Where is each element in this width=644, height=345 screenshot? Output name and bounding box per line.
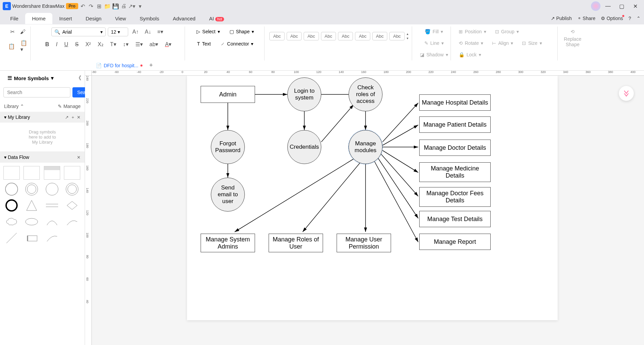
underline-button[interactable]: U [62, 39, 70, 50]
node-manage-roles[interactable]: Manage Roles of User [269, 234, 323, 252]
tab-symbols[interactable]: Symbols [133, 13, 166, 24]
print-icon[interactable]: 🖨 [120, 3, 127, 10]
bold-button[interactable]: B [43, 39, 51, 50]
folder-icon[interactable]: 📁 [104, 3, 111, 10]
shape-cloud[interactable] [3, 215, 20, 229]
style-preset-5[interactable]: Abc [338, 32, 353, 40]
style-preset-3[interactable]: Abc [304, 32, 319, 40]
tab-insert[interactable]: Insert [52, 13, 79, 24]
replace-shape-button[interactable]: ⟲Replace Shape [560, 26, 585, 50]
decrease-font-button[interactable]: A↓ [143, 27, 153, 37]
new-icon[interactable]: ⊞ [96, 3, 103, 10]
shape-double-circle-2[interactable] [64, 182, 80, 196]
shape-arc-2[interactable] [64, 215, 80, 229]
node-forgot[interactable]: Forgot Password [211, 130, 245, 164]
node-login[interactable]: Login to system [287, 77, 321, 111]
share-button[interactable]: ⚬Share [577, 16, 595, 21]
node-credentials[interactable]: Credentials [287, 130, 321, 164]
shape-circle-2[interactable] [44, 182, 60, 196]
shape-rect-2[interactable] [23, 166, 40, 180]
maximize-button[interactable]: ▢ [615, 1, 628, 11]
position-button[interactable]: ⊞ Position▾ [455, 26, 490, 37]
shape-ellipse[interactable] [23, 215, 40, 229]
style-prev-button[interactable]: ▴ [407, 32, 408, 36]
node-manage-test[interactable]: Manage Test Details [419, 211, 491, 227]
collapse-sidebar-button[interactable]: 《 [76, 75, 81, 82]
style-preset-8[interactable]: Abc [389, 32, 404, 40]
node-manage-report[interactable]: Manage Report [419, 234, 491, 250]
line-spacing-button[interactable]: ↕▾ [121, 39, 131, 50]
italic-button[interactable]: I [54, 39, 59, 50]
font-size-select[interactable]: 12 ▾ [108, 28, 128, 36]
node-manage-perm[interactable]: Manage User Permission [337, 234, 391, 252]
font-color-button[interactable]: A▾ [163, 39, 173, 50]
bullets-button[interactable]: ☰▾ [133, 39, 145, 50]
publish-button[interactable]: ↗Publish [551, 16, 572, 21]
ai-assistant-button[interactable] [619, 86, 634, 101]
style-next-button[interactable]: ▾ [407, 36, 408, 40]
shape-rect-header[interactable] [44, 166, 60, 180]
format-painter-button[interactable]: 🖌 [18, 26, 28, 37]
node-manage-fees[interactable]: Manage Doctor Fees Details [419, 187, 491, 207]
superscript-button[interactable]: X² [83, 39, 93, 50]
paste-button[interactable]: 📋▾ [18, 38, 29, 55]
library-link[interactable]: Library ⌃ [4, 104, 24, 109]
library-close-icon[interactable]: ✕ [77, 115, 81, 120]
tab-home[interactable]: Home [25, 13, 52, 24]
connector-tool[interactable]: ⟋ Connector▾ [217, 39, 257, 49]
export-icon[interactable]: ↗▾ [129, 3, 135, 10]
group-button[interactable]: ⊡ Group▾ [491, 26, 523, 37]
shape-triangle[interactable] [23, 199, 40, 212]
fill-button[interactable]: 🪣 Fill▾ [421, 26, 447, 37]
close-button[interactable]: ✕ [629, 1, 641, 11]
shape-curve[interactable] [44, 231, 60, 245]
style-preset-2[interactable]: Abc [287, 32, 302, 40]
undo-icon[interactable]: ↶ [80, 3, 86, 10]
shape-line[interactable] [3, 231, 20, 245]
style-preset-1[interactable]: Abc [269, 32, 284, 40]
library-add-icon[interactable]: + [71, 115, 74, 120]
font-select[interactable]: 🔍Arial▾ [51, 28, 106, 36]
canvas-viewport[interactable]: Admin Login to system Check roles of acc… [92, 76, 644, 345]
my-library-section[interactable]: ▾ My Library ↗ + ✕ [0, 112, 85, 123]
collapse-ribbon-button[interactable]: ⌃ [637, 16, 641, 21]
text-tool[interactable]: T Text [193, 39, 215, 49]
tab-view[interactable]: View [108, 13, 133, 24]
increase-font-button[interactable]: A↑ [130, 27, 141, 37]
node-send-email[interactable]: Send email to user [211, 178, 245, 212]
symbol-search-input[interactable] [3, 87, 70, 97]
align-action-button[interactable]: ⊢ Align▾ [488, 38, 517, 48]
tab-file[interactable]: File [3, 13, 25, 24]
shape-tool[interactable]: ▢ Shape▾ [226, 26, 258, 37]
shape-circle[interactable] [3, 182, 20, 196]
more-icon[interactable]: ▾ [137, 3, 143, 10]
library-drop-zone[interactable]: Drag symbols here to add to My Library [0, 123, 85, 152]
node-manage-medicine[interactable]: Manage Medicine Details [419, 162, 491, 182]
node-manage-admins[interactable]: Manage System Admins [201, 234, 255, 252]
shape-double-circle[interactable] [23, 182, 40, 196]
node-manage-hospital[interactable]: Manage Hospital Details [419, 94, 491, 111]
copy-button[interactable]: 📋 [6, 38, 17, 55]
align-button[interactable]: ≡▾ [155, 26, 165, 37]
redo-icon[interactable]: ↷ [88, 3, 95, 10]
rotate-button[interactable]: ⟲ Rotate▾ [455, 38, 487, 48]
more-symbols-header[interactable]: ☰ More Symbols▾ [3, 72, 58, 85]
user-avatar[interactable] [591, 1, 600, 11]
size-button[interactable]: ⊡ Size▾ [518, 38, 545, 48]
cut-button[interactable]: ✂ [8, 26, 17, 37]
node-manage-doctor[interactable]: Manage Doctor Details [419, 140, 491, 156]
tab-advanced[interactable]: Advanced [166, 13, 202, 24]
drawing-page[interactable]: Admin Login to system Check roles of acc… [187, 76, 558, 320]
line-button[interactable]: ✎ Line▾ [421, 38, 447, 48]
highlight-button[interactable]: ab▾ [148, 39, 160, 50]
select-tool[interactable]: ▷ Select▾ [193, 26, 224, 37]
node-check-roles[interactable]: Check roles of access [349, 77, 383, 111]
data-flow-section[interactable]: ▾ Data Flow ✕ [0, 152, 85, 163]
shape-double-line[interactable] [44, 199, 60, 212]
library-export-icon[interactable]: ↗ [65, 115, 69, 120]
shape-rect[interactable] [3, 166, 20, 180]
node-admin[interactable]: Admin [201, 86, 255, 103]
style-preset-4[interactable]: Abc [321, 32, 336, 40]
shape-bold-circle[interactable] [3, 199, 20, 212]
style-preset-6[interactable]: Abc [355, 32, 370, 40]
